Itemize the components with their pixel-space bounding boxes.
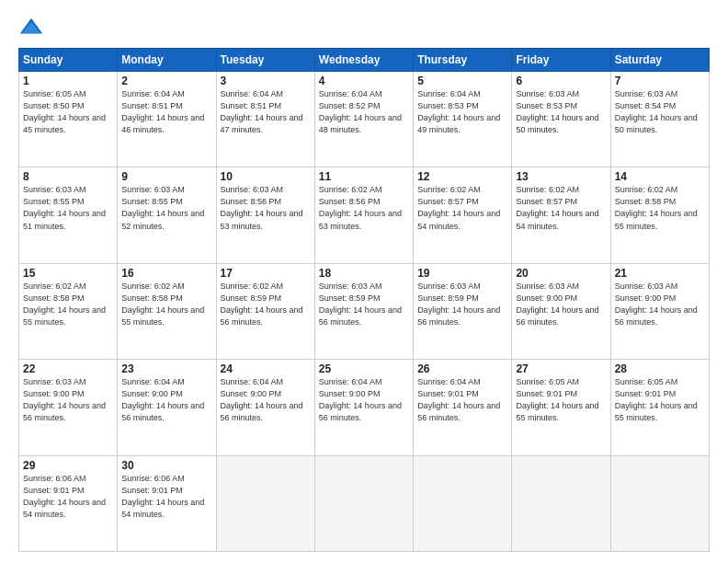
day-cell: 29 Sunrise: 6:06 AMSunset: 9:01 PMDaylig…	[19, 455, 118, 551]
day-info: Sunrise: 6:03 AMSunset: 9:00 PMDaylight:…	[23, 377, 106, 422]
day-info: Sunrise: 6:05 AMSunset: 8:50 PMDaylight:…	[23, 89, 106, 134]
day-info: Sunrise: 6:04 AMSunset: 8:51 PMDaylight:…	[121, 89, 204, 134]
day-info: Sunrise: 6:02 AMSunset: 8:57 PMDaylight:…	[417, 185, 500, 230]
day-number: 12	[417, 170, 507, 183]
day-info: Sunrise: 6:03 AMSunset: 9:00 PMDaylight:…	[615, 282, 698, 327]
day-info: Sunrise: 6:02 AMSunset: 8:59 PMDaylight:…	[221, 282, 303, 327]
day-cell: 2 Sunrise: 6:04 AMSunset: 8:51 PMDayligh…	[118, 72, 216, 167]
day-cell: 28 Sunrise: 6:05 AMSunset: 9:01 PMDaylig…	[610, 360, 709, 455]
day-cell: 24 Sunrise: 6:04 AMSunset: 9:00 PMDaylig…	[216, 360, 314, 455]
day-number: 9	[121, 170, 211, 183]
day-info: Sunrise: 6:05 AMSunset: 9:01 PMDaylight:…	[615, 377, 698, 422]
day-cell: 6 Sunrise: 6:03 AMSunset: 8:53 PMDayligh…	[512, 72, 610, 167]
day-number: 19	[417, 267, 507, 280]
day-cell: 16 Sunrise: 6:02 AMSunset: 8:58 PMDaylig…	[118, 263, 216, 359]
day-info: Sunrise: 6:03 AMSunset: 8:54 PMDaylight:…	[615, 89, 698, 134]
calendar-row: 15 Sunrise: 6:02 AMSunset: 8:58 PMDaylig…	[19, 263, 710, 359]
empty-cell	[512, 455, 610, 551]
day-info: Sunrise: 6:06 AMSunset: 9:01 PMDaylight:…	[23, 474, 106, 519]
day-cell: 14 Sunrise: 6:02 AMSunset: 8:58 PMDaylig…	[610, 167, 709, 263]
logo-icon	[18, 15, 44, 40]
day-number: 25	[319, 362, 409, 375]
col-thursday: Thursday	[414, 49, 512, 72]
day-number: 11	[319, 170, 409, 183]
day-number: 17	[221, 267, 311, 280]
day-info: Sunrise: 6:02 AMSunset: 8:58 PMDaylight:…	[121, 282, 204, 327]
day-number: 10	[221, 170, 311, 183]
header	[18, 15, 710, 40]
day-number: 6	[516, 75, 606, 87]
day-cell: 17 Sunrise: 6:02 AMSunset: 8:59 PMDaylig…	[216, 263, 314, 359]
empty-cell	[216, 455, 314, 551]
day-info: Sunrise: 6:04 AMSunset: 9:00 PMDaylight:…	[121, 377, 204, 422]
day-number: 27	[516, 362, 606, 375]
day-cell: 8 Sunrise: 6:03 AMSunset: 8:55 PMDayligh…	[19, 167, 118, 263]
day-number: 18	[319, 267, 409, 280]
day-cell: 27 Sunrise: 6:05 AMSunset: 9:01 PMDaylig…	[512, 360, 610, 455]
day-info: Sunrise: 6:03 AMSunset: 8:55 PMDaylight:…	[23, 185, 106, 230]
day-cell: 7 Sunrise: 6:03 AMSunset: 8:54 PMDayligh…	[610, 72, 709, 167]
day-cell: 21 Sunrise: 6:03 AMSunset: 9:00 PMDaylig…	[610, 263, 709, 359]
day-number: 26	[417, 362, 507, 375]
calendar-header-row: Sunday Monday Tuesday Wednesday Thursday…	[19, 49, 710, 72]
day-number: 16	[121, 267, 211, 280]
day-number: 24	[221, 362, 311, 375]
day-info: Sunrise: 6:03 AMSunset: 8:56 PMDaylight:…	[221, 185, 303, 230]
day-info: Sunrise: 6:04 AMSunset: 9:01 PMDaylight:…	[417, 377, 500, 422]
day-info: Sunrise: 6:04 AMSunset: 8:51 PMDaylight:…	[221, 89, 303, 134]
day-info: Sunrise: 6:04 AMSunset: 9:00 PMDaylight:…	[319, 377, 402, 422]
day-number: 15	[23, 267, 113, 280]
col-friday: Friday	[512, 49, 610, 72]
day-number: 30	[121, 459, 211, 472]
day-number: 29	[23, 459, 113, 472]
day-info: Sunrise: 6:06 AMSunset: 9:01 PMDaylight:…	[121, 474, 204, 519]
day-number: 1	[23, 75, 113, 87]
day-cell: 25 Sunrise: 6:04 AMSunset: 9:00 PMDaylig…	[314, 360, 413, 455]
day-number: 3	[221, 75, 311, 87]
day-info: Sunrise: 6:03 AMSunset: 9:00 PMDaylight:…	[516, 282, 598, 327]
day-info: Sunrise: 6:04 AMSunset: 9:00 PMDaylight:…	[221, 377, 303, 422]
day-number: 21	[615, 267, 705, 280]
calendar-table: Sunday Monday Tuesday Wednesday Thursday…	[18, 48, 710, 552]
day-cell: 15 Sunrise: 6:02 AMSunset: 8:58 PMDaylig…	[19, 263, 118, 359]
day-number: 22	[23, 362, 113, 375]
day-cell: 13 Sunrise: 6:02 AMSunset: 8:57 PMDaylig…	[512, 167, 610, 263]
col-sunday: Sunday	[19, 49, 118, 72]
day-number: 20	[516, 267, 606, 280]
col-monday: Monday	[118, 49, 216, 72]
day-info: Sunrise: 6:05 AMSunset: 9:01 PMDaylight:…	[516, 377, 598, 422]
day-cell: 20 Sunrise: 6:03 AMSunset: 9:00 PMDaylig…	[512, 263, 610, 359]
day-info: Sunrise: 6:03 AMSunset: 8:59 PMDaylight:…	[417, 282, 500, 327]
day-number: 7	[615, 75, 705, 87]
day-info: Sunrise: 6:02 AMSunset: 8:56 PMDaylight:…	[319, 185, 402, 230]
calendar-row: 22 Sunrise: 6:03 AMSunset: 9:00 PMDaylig…	[19, 360, 710, 455]
day-cell: 22 Sunrise: 6:03 AMSunset: 9:00 PMDaylig…	[19, 360, 118, 455]
empty-cell	[414, 455, 512, 551]
day-info: Sunrise: 6:03 AMSunset: 8:53 PMDaylight:…	[516, 89, 598, 134]
day-info: Sunrise: 6:02 AMSunset: 8:58 PMDaylight:…	[615, 185, 698, 230]
day-number: 23	[121, 362, 211, 375]
col-tuesday: Tuesday	[216, 49, 314, 72]
day-number: 8	[23, 170, 113, 183]
day-cell: 12 Sunrise: 6:02 AMSunset: 8:57 PMDaylig…	[414, 167, 512, 263]
day-number: 14	[615, 170, 705, 183]
calendar-row: 8 Sunrise: 6:03 AMSunset: 8:55 PMDayligh…	[19, 167, 710, 263]
day-cell: 26 Sunrise: 6:04 AMSunset: 9:01 PMDaylig…	[414, 360, 512, 455]
day-cell: 4 Sunrise: 6:04 AMSunset: 8:52 PMDayligh…	[314, 72, 413, 167]
logo	[18, 15, 48, 40]
day-info: Sunrise: 6:03 AMSunset: 8:55 PMDaylight:…	[121, 185, 204, 230]
day-number: 2	[121, 75, 211, 87]
empty-cell	[314, 455, 413, 551]
day-info: Sunrise: 6:02 AMSunset: 8:58 PMDaylight:…	[23, 282, 106, 327]
day-cell: 3 Sunrise: 6:04 AMSunset: 8:51 PMDayligh…	[216, 72, 314, 167]
day-info: Sunrise: 6:04 AMSunset: 8:53 PMDaylight:…	[417, 89, 500, 134]
day-info: Sunrise: 6:04 AMSunset: 8:52 PMDaylight:…	[319, 89, 402, 134]
col-wednesday: Wednesday	[314, 49, 413, 72]
col-saturday: Saturday	[610, 49, 709, 72]
page: Sunday Monday Tuesday Wednesday Thursday…	[0, 0, 728, 563]
day-cell: 19 Sunrise: 6:03 AMSunset: 8:59 PMDaylig…	[414, 263, 512, 359]
empty-cell	[610, 455, 709, 551]
day-number: 4	[319, 75, 409, 87]
day-cell: 18 Sunrise: 6:03 AMSunset: 8:59 PMDaylig…	[314, 263, 413, 359]
day-cell: 5 Sunrise: 6:04 AMSunset: 8:53 PMDayligh…	[414, 72, 512, 167]
